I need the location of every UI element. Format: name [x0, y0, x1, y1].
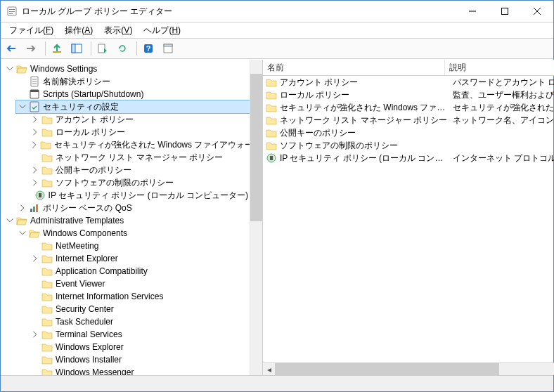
- security-icon: [29, 101, 40, 112]
- show-hide-tree-button[interactable]: [69, 39, 87, 58]
- maximize-button[interactable]: [489, 1, 521, 22]
- details-list[interactable]: アカウント ポリシーパスワードとアカウント ロックアウトのポリシーローカル ポリ…: [263, 76, 554, 362]
- collapse-icon[interactable]: [18, 228, 27, 238]
- tree-node-admin-templates[interactable]: Administrative Templates: [4, 214, 250, 227]
- up-button[interactable]: [49, 39, 67, 58]
- tree-node-name-resolution[interactable]: 名前解決ポリシー: [16, 75, 250, 88]
- tree-node-nlm[interactable]: ネットワーク リスト マネージャー ポリシー: [29, 151, 250, 164]
- list-cell-name: セキュリティが強化された Windows ファイアウ...: [280, 102, 450, 114]
- close-button[interactable]: [521, 1, 553, 22]
- tree-label: Windows Installer: [56, 355, 122, 365]
- expand-icon[interactable]: [30, 165, 40, 175]
- tree-node-winmess[interactable]: Windows Messenger: [29, 366, 250, 375]
- tree-node-tasksched[interactable]: Task Scheduler: [29, 315, 250, 328]
- list-row[interactable]: IP セキュリティ ポリシー (ローカル コンピューター)インターネット プロト…: [263, 152, 554, 164]
- menu-help[interactable]: ヘルプ(H): [138, 23, 186, 38]
- tree-node-wininst[interactable]: Windows Installer: [29, 353, 250, 366]
- tree-node-pubkey[interactable]: 公開キーのポリシー: [29, 164, 250, 176]
- collapse-icon[interactable]: [5, 216, 15, 226]
- folder-icon: [266, 89, 277, 100]
- tree-label: IP セキュリティ ポリシー (ローカル コンピューター): [49, 190, 248, 202]
- tree-node-seccenter[interactable]: Security Center: [29, 303, 250, 315]
- tree-node-iis[interactable]: Internet Information Services: [29, 290, 250, 303]
- tree-label: セキュリティの設定: [43, 101, 119, 113]
- tree-node-security-settings[interactable]: セキュリティの設定: [16, 100, 250, 113]
- list-cell-name: ソフトウェアの制限のポリシー: [280, 140, 450, 152]
- tree-node-termsvc[interactable]: Terminal Services: [29, 328, 250, 341]
- titlebar[interactable]: ローカル グループ ポリシー エディター: [1, 1, 553, 22]
- folder-icon: [41, 164, 53, 176]
- list-row[interactable]: セキュリティが強化された Windows ファイアウ...セキュリティが強化され…: [263, 101, 554, 114]
- tree-node-ie[interactable]: Internet Explorer: [29, 252, 250, 265]
- tree-node-eventviewer[interactable]: Event Viewer: [29, 277, 250, 290]
- tree-node-local-policy[interactable]: ローカル ポリシー: [29, 126, 250, 138]
- list-row[interactable]: ネットワーク リスト マネージャー ポリシーネットワーク名、アイコン、および場所: [263, 114, 554, 126]
- ipsec-icon: [34, 190, 46, 201]
- tree-label: Event Viewer: [56, 279, 105, 289]
- scrollbar-thumb[interactable]: [275, 363, 499, 375]
- window-title: ローカル グループ ポリシー エディター: [22, 6, 456, 18]
- column-header-name[interactable]: 名前: [263, 60, 445, 75]
- list-row[interactable]: アカウント ポリシーパスワードとアカウント ロックアウトのポリシー: [263, 76, 554, 89]
- tree-node-firewall[interactable]: セキュリティが強化された Windows ファイアウォール: [29, 138, 250, 151]
- folder-icon: [41, 367, 53, 375]
- tree-node-netmeeting[interactable]: NetMeeting: [29, 240, 250, 252]
- collapse-icon[interactable]: [18, 102, 27, 112]
- separator: [45, 41, 46, 55]
- tree-label: Administrative Templates: [30, 216, 124, 226]
- tree-node-scripts[interactable]: Scripts (Startup/Shutdown): [16, 88, 250, 100]
- expand-icon[interactable]: [30, 127, 40, 137]
- folder-icon: [41, 291, 53, 302]
- scrollbar-thumb[interactable]: [250, 74, 262, 221]
- tree-label: ソフトウェアの制限のポリシー: [56, 177, 174, 189]
- help-button[interactable]: [141, 39, 159, 58]
- forward-button[interactable]: [23, 39, 41, 58]
- expand-icon[interactable]: [30, 178, 40, 188]
- menu-file[interactable]: ファイル(F): [4, 23, 59, 38]
- tree-node-win-components[interactable]: Windows Components: [16, 227, 250, 240]
- list-row[interactable]: ローカル ポリシー監査、ユーザー権利およびセキュリティ オプション: [263, 89, 554, 101]
- export-list-button[interactable]: [95, 39, 113, 58]
- tree-node-winexp[interactable]: Windows Explorer: [29, 341, 250, 353]
- expand-icon[interactable]: [30, 254, 40, 263]
- menu-action[interactable]: 操作(A): [59, 23, 98, 38]
- tree-label: Security Center: [56, 304, 114, 314]
- collapse-icon[interactable]: [5, 64, 15, 74]
- list-row[interactable]: 公開キーのポリシー: [263, 126, 554, 139]
- folder-open-icon: [16, 215, 27, 226]
- folder-icon: [41, 126, 53, 138]
- folder-icon: [41, 152, 53, 163]
- minimize-button[interactable]: [456, 1, 489, 22]
- navigation-tree[interactable]: Windows Settings 名前解決ポリシー Scripts (Start…: [1, 60, 250, 375]
- expand-icon[interactable]: [30, 329, 40, 339]
- column-headers: 名前 説明: [263, 60, 554, 76]
- back-button[interactable]: [4, 39, 22, 58]
- tree-label: ネットワーク リスト マネージャー ポリシー: [56, 152, 223, 164]
- tree-node-windows-settings[interactable]: Windows Settings: [4, 63, 250, 75]
- tree-node-appcompat[interactable]: Application Compatibility: [29, 265, 250, 277]
- expand-icon[interactable]: [18, 203, 27, 213]
- refresh-button[interactable]: [115, 39, 133, 58]
- list-cell-name: IP セキュリティ ポリシー (ローカル コンピューター): [280, 152, 450, 164]
- menu-view[interactable]: 表示(V): [98, 23, 138, 38]
- expand-icon[interactable]: [30, 140, 39, 150]
- tree-node-qos[interactable]: ポリシー ベースの QoS: [16, 202, 250, 214]
- tree-node-account-policy[interactable]: アカウント ポリシー: [29, 113, 250, 126]
- tree-node-softrestrict[interactable]: ソフトウェアの制限のポリシー: [29, 176, 250, 189]
- list-cell-desc: インターネット プロトコル セキュリティ: [450, 152, 554, 164]
- tree-vertical-scrollbar[interactable]: [250, 60, 262, 375]
- column-header-desc[interactable]: 説明: [445, 60, 554, 75]
- properties-button[interactable]: [160, 39, 179, 58]
- tree-label: ポリシー ベースの QoS: [43, 202, 132, 214]
- tree-node-ipsec[interactable]: IP セキュリティ ポリシー (ローカル コンピューター): [29, 189, 250, 202]
- folder-icon: [41, 240, 53, 251]
- tree-label: セキュリティが強化された Windows ファイアウォール: [54, 139, 250, 151]
- ipsec-icon: [266, 152, 277, 164]
- expand-icon[interactable]: [30, 115, 40, 124]
- separator: [91, 41, 91, 55]
- list-horizontal-scrollbar[interactable]: ◂ ▸: [263, 362, 554, 375]
- list-row[interactable]: ソフトウェアの制限のポリシー: [263, 139, 554, 152]
- folder-icon: [266, 115, 277, 126]
- scroll-left-button[interactable]: ◂: [263, 363, 275, 375]
- tree-pane: Windows Settings 名前解決ポリシー Scripts (Start…: [1, 60, 263, 375]
